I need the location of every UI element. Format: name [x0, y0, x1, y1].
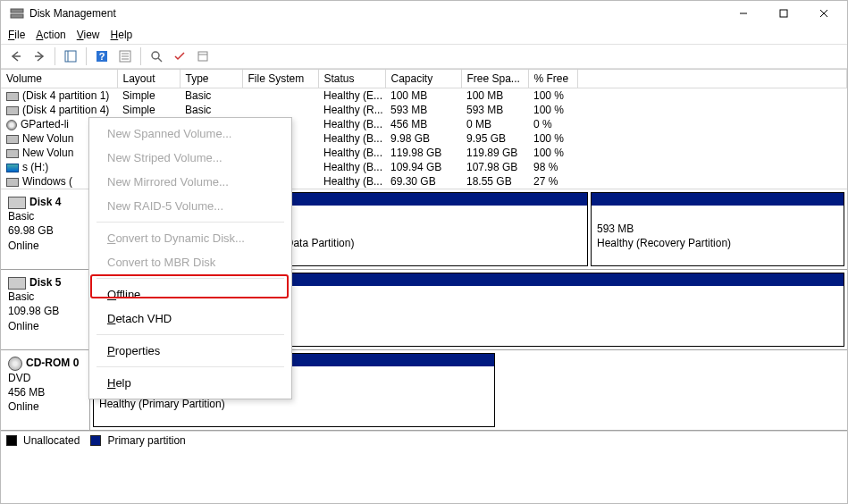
disk-size: 109.98 GB	[8, 305, 59, 317]
volume-icon	[6, 135, 19, 144]
disk-state: Online	[8, 239, 39, 252]
disk-type: DVD	[8, 372, 30, 384]
partition-status: Healthy (Primary Partition)	[99, 398, 225, 410]
disk-state: Online	[8, 320, 39, 332]
svg-rect-18	[198, 52, 207, 61]
partition-recovery[interactable]: 593 MB Healthy (Recovery Partition)	[591, 192, 844, 266]
menu-file[interactable]: File	[8, 29, 25, 41]
disk-name: Disk 5	[29, 276, 61, 289]
table-header-row: Volume Layout Type File System Status Ca…	[1, 70, 847, 88]
context-menu-separator	[97, 222, 284, 223]
legend-swatch-primary	[90, 435, 101, 446]
app-icon	[10, 6, 24, 21]
volume-icon	[6, 164, 19, 172]
table-row[interactable]: (Disk 4 partition 4)SimpleBasicHealthy (…	[1, 103, 847, 117]
col-layout[interactable]: Layout	[117, 70, 180, 88]
disk-type: Basic	[8, 210, 34, 223]
disk-info-disk5: Disk 5 Basic 109.98 GB Online	[1, 270, 90, 349]
menu-help[interactable]: Help	[111, 29, 133, 41]
disk-info-cdrom0: CD-ROM 0 DVD 456 MB Online	[1, 350, 90, 430]
svg-rect-3	[780, 10, 787, 17]
menu-view[interactable]: View	[77, 29, 100, 41]
volume-icon	[6, 120, 17, 130]
legend-swatch-unallocated	[6, 435, 17, 446]
context-menu-separator	[97, 278, 284, 279]
window-title: Disk Management	[29, 7, 723, 20]
partition-status: Healthy (Recovery Partition)	[597, 237, 731, 249]
context-menu: New Spanned Volume...New Striped Volume.…	[88, 117, 292, 399]
context-menu-item[interactable]: Detach VHD	[89, 307, 291, 331]
context-menu-item: New RAID-5 Volume...	[89, 194, 291, 218]
col-filesystem[interactable]: File System	[242, 70, 318, 88]
svg-rect-0	[11, 9, 23, 13]
minimize-button[interactable]	[723, 1, 763, 26]
properties-icon[interactable]	[193, 46, 213, 66]
disk-size: 456 MB	[8, 386, 45, 399]
checklist-icon[interactable]	[170, 46, 189, 66]
volume-icon	[6, 92, 19, 101]
svg-text:?: ?	[99, 51, 105, 62]
title-bar: Disk Management	[1, 1, 847, 26]
col-volume[interactable]: Volume	[1, 70, 117, 88]
cdrom-icon	[8, 357, 22, 371]
svg-point-16	[152, 52, 159, 59]
close-button[interactable]	[803, 1, 844, 26]
menu-bar: File Action View Help	[1, 26, 847, 44]
context-menu-item: Convert to MBR Disk	[89, 250, 291, 274]
settings-list-icon[interactable]	[115, 46, 135, 66]
col-capacity[interactable]: Capacity	[385, 70, 461, 88]
svg-rect-8	[65, 51, 76, 62]
legend-label-unallocated: Unallocated	[23, 434, 80, 447]
disk-info-disk4: Disk 4 Basic 69.98 GB Online	[1, 189, 90, 269]
menu-action[interactable]: Action	[36, 29, 65, 41]
maximize-button[interactable]	[763, 1, 803, 26]
disk-state: Online	[8, 400, 39, 413]
volume-icon	[6, 149, 19, 158]
legend-label-primary: Primary partition	[107, 434, 185, 447]
disk-type: Basic	[8, 290, 34, 303]
context-menu-item: Convert to Dynamic Disk...	[89, 226, 291, 250]
partition-size: 593 MB	[597, 223, 634, 235]
help-icon[interactable]: ?	[92, 46, 112, 66]
context-menu-separator	[97, 334, 284, 335]
legend: Unallocated Primary partition	[1, 431, 847, 449]
context-menu-item: New Spanned Volume...	[89, 122, 291, 146]
disk-size: 69.98 GB	[8, 224, 54, 237]
disk-icon	[8, 197, 26, 209]
forward-button[interactable]	[29, 46, 49, 66]
disk-name: Disk 4	[29, 196, 61, 208]
context-menu-item: New Mirrored Volume...	[89, 170, 291, 194]
disk-name: CD-ROM 0	[26, 357, 79, 369]
svg-rect-1	[11, 14, 23, 18]
table-row[interactable]: (Disk 4 partition 1)SimpleBasicHealthy (…	[1, 88, 847, 104]
context-menu-item: New Striped Volume...	[89, 146, 291, 170]
find-icon[interactable]	[147, 46, 166, 66]
col-type[interactable]: Type	[180, 70, 242, 88]
disk-icon	[8, 277, 26, 290]
volume-icon	[6, 106, 19, 115]
toolbar: ?	[1, 44, 847, 69]
col-pctfree[interactable]: % Free	[528, 70, 577, 88]
back-button[interactable]	[6, 46, 26, 66]
context-menu-separator	[97, 366, 284, 367]
view-tree-icon[interactable]	[61, 46, 80, 66]
context-menu-item[interactable]: Offline	[89, 282, 291, 307]
volume-icon	[6, 178, 19, 187]
svg-line-17	[158, 58, 162, 62]
col-freespace[interactable]: Free Spa...	[461, 70, 528, 88]
context-menu-item[interactable]: Help	[89, 371, 291, 395]
context-menu-item[interactable]: Properties	[89, 339, 291, 363]
col-status[interactable]: Status	[318, 70, 385, 88]
